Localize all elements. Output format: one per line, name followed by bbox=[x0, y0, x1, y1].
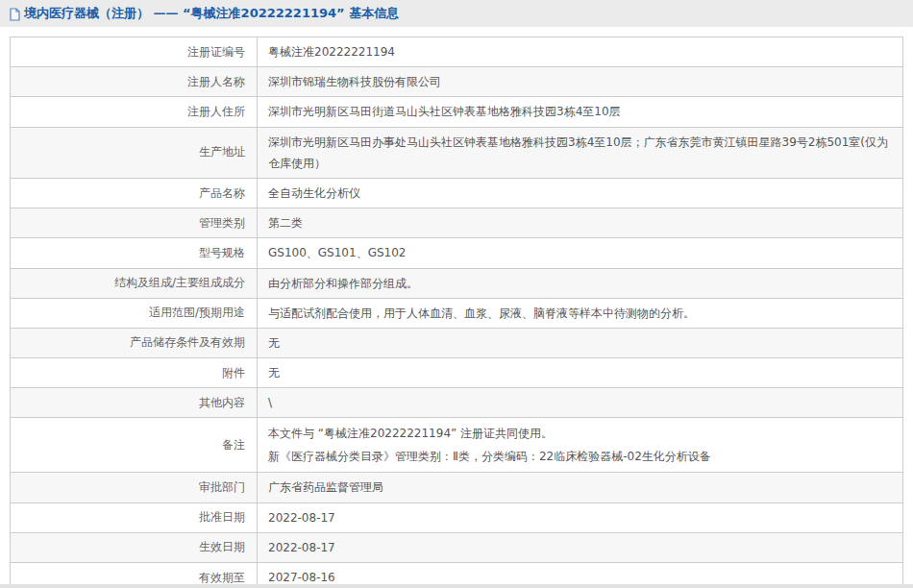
row-value: \ bbox=[258, 388, 903, 418]
row-label: 批准日期 bbox=[11, 502, 258, 532]
row-label: 型号规格 bbox=[11, 238, 258, 268]
row-label: 产品名称 bbox=[11, 178, 258, 208]
row-value: 第二类 bbox=[258, 208, 903, 238]
table-row: 结构及组成/主要组成成分 由分析部分和操作部分组成。 bbox=[11, 268, 903, 298]
row-label: 管理类别 bbox=[11, 208, 258, 238]
table-row-remark: 备注 本文件与 “粤械注准20222221194” 注册证共同使用。 新《医疗器… bbox=[11, 418, 903, 473]
row-label: 产品储存条件及有效期 bbox=[11, 328, 258, 357]
table-row: 管理类别 第二类 bbox=[11, 208, 903, 238]
registration-info-panel: 注册证编号 粤械注准20222221194 注册人名称 深圳市锦瑞生物科技股份有… bbox=[10, 37, 903, 588]
row-value: GS100、GS101、GS102 bbox=[258, 238, 903, 268]
table-row: 其他内容 \ bbox=[11, 388, 903, 418]
row-value: 2022-08-17 bbox=[258, 502, 903, 532]
row-value: 粤械注准20222221194 bbox=[258, 37, 903, 67]
table-row: 附件 无 bbox=[11, 358, 903, 388]
table-row: 产品储存条件及有效期 无 bbox=[11, 328, 903, 357]
row-value: 全自动生化分析仪 bbox=[258, 178, 903, 208]
row-value: 本文件与 “粤械注准20222221194” 注册证共同使用。 新《医疗器械分类… bbox=[258, 418, 903, 473]
row-value: 与适配试剂配合使用，用于人体血清、血浆、尿液、脑脊液等样本中待测物的分析。 bbox=[258, 298, 903, 328]
table-row: 注册人名称 深圳市锦瑞生物科技股份有限公司 bbox=[11, 67, 903, 97]
row-label: 生效日期 bbox=[11, 532, 258, 562]
registration-info-table: 注册证编号 粤械注准20222221194 注册人名称 深圳市锦瑞生物科技股份有… bbox=[10, 37, 903, 588]
table-row: 审批部门 广东省药品监督管理局 bbox=[11, 473, 903, 502]
table-row: 型号规格 GS100、GS101、GS102 bbox=[11, 238, 903, 268]
row-label: 注册人名称 bbox=[11, 67, 258, 97]
row-label: 注册证编号 bbox=[11, 37, 258, 67]
page-title: 境内医疗器械（注册） —— “粤械注准20222221194” 基本信息 bbox=[9, 5, 399, 22]
row-value: 深圳市光明新区马田办事处马山头社区钟表基地格雅科技园3栋4至10层；广东省东莞市… bbox=[258, 127, 903, 178]
row-label: 生产地址 bbox=[11, 127, 258, 178]
row-label: 结构及组成/主要组成成分 bbox=[11, 268, 258, 298]
row-label: 审批部门 bbox=[11, 473, 258, 502]
row-label: 其他内容 bbox=[11, 388, 258, 418]
table-row: 适用范围/预期用途 与适配试剂配合使用，用于人体血清、血浆、尿液、脑脊液等样本中… bbox=[11, 298, 903, 328]
row-label: 备注 bbox=[11, 418, 258, 473]
document-icon bbox=[9, 8, 21, 21]
table-row: 注册人住所 深圳市光明新区马田街道马山头社区钟表基地格雅科技园3栋4至10层 bbox=[11, 97, 903, 127]
row-value: 无 bbox=[258, 358, 903, 388]
table-row: 产品名称 全自动生化分析仪 bbox=[11, 178, 903, 208]
page-header: 境内医疗器械（注册） —— “粤械注准20222221194” 基本信息 bbox=[0, 0, 913, 27]
bottom-divider bbox=[0, 584, 913, 588]
row-value: 广东省药品监督管理局 bbox=[258, 473, 903, 502]
row-value: 由分析部分和操作部分组成。 bbox=[258, 268, 903, 298]
table-row: 生效日期 2022-08-17 bbox=[11, 532, 903, 562]
row-value: 2022-08-17 bbox=[258, 532, 903, 562]
row-value: 深圳市锦瑞生物科技股份有限公司 bbox=[258, 67, 903, 97]
row-value: 深圳市光明新区马田街道马山头社区钟表基地格雅科技园3栋4至10层 bbox=[258, 97, 903, 127]
row-label: 附件 bbox=[11, 358, 258, 388]
row-label: 注册人住所 bbox=[11, 97, 258, 127]
row-label: 适用范围/预期用途 bbox=[11, 298, 258, 328]
table-row: 生产地址 深圳市光明新区马田办事处马山头社区钟表基地格雅科技园3栋4至10层；广… bbox=[11, 127, 903, 178]
table-row: 批准日期 2022-08-17 bbox=[11, 502, 903, 532]
row-value: 无 bbox=[258, 328, 903, 357]
table-row: 注册证编号 粤械注准20222221194 bbox=[11, 37, 903, 67]
page-title-text: 境内医疗器械（注册） —— “粤械注准20222221194” 基本信息 bbox=[24, 5, 399, 22]
